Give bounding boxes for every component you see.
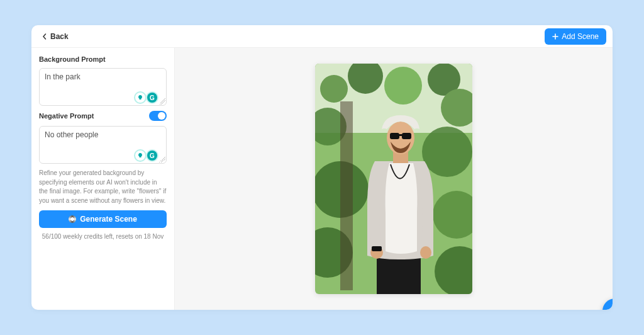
chat-icon (609, 305, 613, 310)
negative-prompt-help: Refine your generated background by spec… (39, 169, 167, 205)
svg-point-2 (320, 75, 348, 103)
resize-handle-icon[interactable] (159, 156, 165, 162)
back-button[interactable]: Back (38, 30, 72, 43)
app-window: Back Add Scene Background Prompt In the … (31, 25, 613, 310)
preview-image (315, 64, 472, 294)
svg-point-4 (384, 67, 422, 105)
background-prompt-label: Background Prompt (39, 55, 167, 63)
svg-rect-18 (402, 133, 411, 139)
textarea-tools: G (135, 150, 157, 161)
add-scene-button[interactable]: Add Scene (545, 28, 606, 45)
plus-icon (552, 33, 558, 40)
chat-fab[interactable] (602, 298, 613, 310)
textarea-tools: G (135, 93, 157, 103)
sidebar: Background Prompt In the park G Negative… (31, 48, 175, 310)
negative-prompt-label: Negative Prompt (39, 112, 94, 120)
svg-rect-13 (340, 101, 353, 290)
credits-text: 56/100 weekly credits left, resets on 18… (39, 233, 167, 240)
grammar-assistant-icon[interactable]: G (147, 93, 157, 103)
canvas (175, 48, 613, 310)
generate-scene-button[interactable]: Generate Scene (39, 210, 167, 228)
add-scene-label: Add Scene (562, 32, 599, 41)
negative-prompt-toggle[interactable] (149, 111, 167, 121)
svg-rect-19 (399, 134, 402, 136)
negative-prompt-input[interactable]: No other people G (39, 126, 167, 164)
suggestion-icon[interactable] (135, 150, 145, 161)
svg-point-8 (422, 127, 472, 177)
generate-label: Generate Scene (80, 215, 137, 224)
svg-point-22 (420, 246, 431, 259)
svg-rect-21 (372, 246, 382, 251)
sparkle-icon (69, 215, 76, 223)
scene-preview[interactable] (315, 64, 472, 294)
body: Background Prompt In the park G Negative… (31, 48, 613, 310)
topbar: Back Add Scene (31, 25, 613, 48)
background-prompt-input[interactable]: In the park G (39, 68, 167, 106)
chevron-left-icon (42, 33, 48, 40)
svg-rect-17 (390, 133, 399, 139)
resize-handle-icon[interactable] (159, 98, 165, 105)
grammar-assistant-icon[interactable]: G (147, 150, 157, 161)
suggestion-icon[interactable] (135, 93, 145, 103)
back-label: Back (50, 32, 69, 41)
